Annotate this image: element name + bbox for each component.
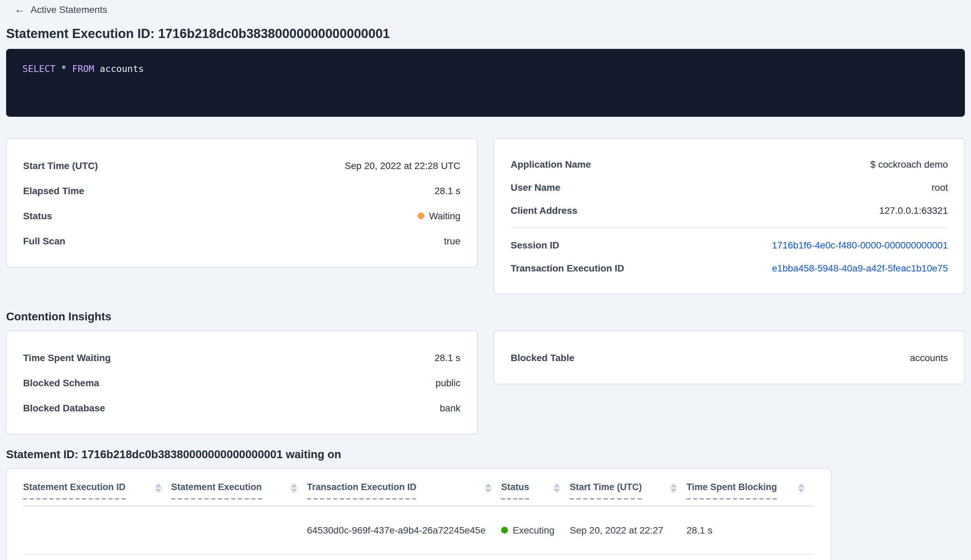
sql-keyword-from: FROM [72,63,94,74]
detail-value: 28.1 s [435,352,460,363]
session-id-link[interactable]: 1716b1f6-4e0c-f480-0000-000000000001 [772,240,948,250]
statement-execution-page: ← Active Statements Statement Execution … [0,0,971,560]
detail-label: Session ID [511,240,559,250]
status-value: Executing [501,525,554,535]
detail-value: bank [440,402,460,413]
table-header-row: Statement Execution ID Statement Executi… [23,469,814,507]
sort-icon [155,483,162,493]
column-label: Statement Execution [171,481,262,500]
table-row: 64530d0c-969f-437e-a9b4-26a72245e45e Exe… [23,507,814,555]
sort-icon [554,483,560,493]
detail-label: User Name [511,182,560,193]
column-header-statement-execution-id[interactable]: Statement Execution ID [23,481,171,500]
detail-value: Sep 20, 2022 at 22:28 UTC [345,160,460,171]
contention-card-right: Blocked Table accounts [494,330,965,384]
detail-row-transaction-execution-id: Transaction Execution ID e1bba458-5948-4… [511,257,948,280]
detail-value: 127.0.0.1:63321 [879,205,948,216]
cell-transaction-execution-id: 64530d0c-969f-437e-a9b4-26a72245e45e [307,525,501,535]
detail-row-blocked-schema: Blocked Schema public [23,370,460,395]
execution-details-section: Start Time (UTC) Sep 20, 2022 at 22:28 U… [6,138,965,294]
page-title: Statement Execution ID: 1716b218dc0b3838… [6,26,965,42]
detail-label: Start Time (UTC) [23,160,98,171]
detail-label: Client Address [511,205,577,216]
detail-label: Blocked Schema [23,377,99,388]
detail-row-full-scan: Full Scan true [23,228,460,253]
column-header-start-time[interactable]: Start Time (UTC) [570,481,686,500]
sql-keyword-select: SELECT [22,63,56,74]
detail-row-blocked-database: Blocked Database bank [23,395,460,420]
card-divider [511,227,948,228]
back-link-label: Active Statements [30,3,107,16]
column-label: Statement Execution ID [23,481,126,500]
detail-label: Full Scan [23,235,65,246]
transaction-execution-id-link[interactable]: e1bba458-5948-40a9-a42f-5feac1b10e75 [772,263,948,273]
cell-time-spent-blocking: 28.1 s [686,525,814,535]
status-dot-waiting [417,212,424,219]
detail-label: Elapsed Time [23,185,84,196]
arrow-left-icon: ← [14,4,25,15]
detail-row-start-time: Start Time (UTC) Sep 20, 2022 at 22:28 U… [23,153,460,178]
detail-label: Time Spent Waiting [23,352,111,363]
detail-row-session-id: Session ID 1716b1f6-4e0c-f480-0000-00000… [511,233,948,257]
column-label: Status [501,481,529,500]
detail-value: public [435,377,460,388]
contention-insights-heading: Contention Insights [6,309,965,324]
contention-card-left: Time Spent Waiting 28.1 s Blocked Schema… [6,330,477,435]
viewport: ← Active Statements Statement Execution … [0,0,971,560]
sort-icon [798,483,805,493]
detail-value: root [932,182,948,193]
detail-row-time-spent-waiting: Time Spent Waiting 28.1 s [23,345,460,370]
column-label: Transaction Execution ID [307,481,417,500]
column-header-status[interactable]: Status [501,481,570,500]
status-text: Waiting [429,210,460,221]
cell-start-time: Sep 20, 2022 at 22:27 [570,525,686,535]
contention-insights-section: Time Spent Waiting 28.1 s Blocked Schema… [6,330,965,435]
status-dot-executing [501,527,508,533]
detail-row-client-address: Client Address 127.0.0.1:63321 [511,199,948,222]
detail-value: 28.1 s [435,185,460,196]
back-link-active-statements[interactable]: ← Active Statements [14,3,107,16]
status-text: Executing [513,525,554,535]
sql-statement-box: SELECT * FROM accounts [6,49,965,117]
sql-star: * [61,63,67,74]
cell-status: Executing [501,525,570,535]
detail-label: Application Name [511,159,591,170]
waiting-on-table: Statement Execution ID Statement Executi… [6,468,831,560]
detail-value: $ cockroach demo [870,159,948,170]
column-label: Start Time (UTC) [570,481,642,500]
column-header-statement-execution[interactable]: Statement Execution [171,481,307,500]
sort-icon [290,483,297,493]
execution-details-card-left: Start Time (UTC) Sep 20, 2022 at 22:28 U… [6,138,477,267]
execution-details-card-right: Application Name $ cockroach demo User N… [494,138,965,294]
column-header-transaction-execution-id[interactable]: Transaction Execution ID [307,481,501,500]
detail-label: Status [23,210,52,221]
column-label: Time Spent Blocking [686,481,777,500]
detail-row-user-name: User Name root [511,176,948,199]
column-header-time-spent-blocking[interactable]: Time Spent Blocking [686,481,814,500]
detail-label: Blocked Database [23,402,105,413]
detail-row-elapsed-time: Elapsed Time 28.1 s [23,178,460,203]
sort-icon [485,483,492,493]
status-value: Waiting [417,210,460,221]
detail-label: Transaction Execution ID [511,263,624,273]
detail-row-status: Status Waiting [23,203,460,228]
detail-row-blocked-table: Blocked Table accounts [511,345,948,370]
sort-icon [670,483,677,493]
detail-row-application-name: Application Name $ cockroach demo [511,153,948,176]
waiting-on-heading: Statement ID: 1716b218dc0b38380000000000… [6,447,965,462]
sql-table-name: accounts [100,63,144,74]
detail-label: Blocked Table [511,352,574,363]
detail-value: true [444,235,460,246]
detail-value: accounts [910,352,948,363]
